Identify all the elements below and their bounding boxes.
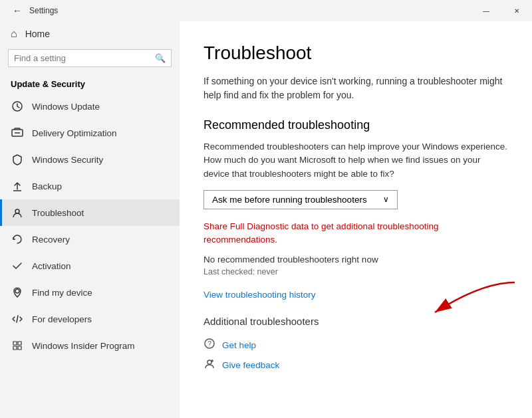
sidebar-item-label: Delivery Optimization bbox=[32, 128, 117, 138]
svg-point-5 bbox=[15, 289, 19, 293]
for-developers-icon bbox=[11, 312, 24, 326]
sidebar-item-label: Activation bbox=[32, 261, 71, 271]
search-box: 🔍 bbox=[8, 49, 172, 67]
home-icon: ⌂ bbox=[11, 28, 17, 40]
windows-update-icon bbox=[11, 100, 24, 113]
find-my-device-icon bbox=[11, 286, 24, 299]
delivery-optimization-icon bbox=[11, 126, 24, 140]
no-troubleshooters-text: No recommended troubleshooters right now bbox=[203, 255, 508, 264]
get-help-link[interactable]: ? Get help bbox=[203, 338, 508, 352]
sidebar-item-windows-insider[interactable]: Windows Insider Program bbox=[0, 332, 180, 359]
search-input[interactable] bbox=[14, 53, 155, 63]
sidebar-item-label: Windows Update bbox=[32, 102, 100, 112]
sidebar-item-recovery[interactable]: Recovery bbox=[0, 226, 180, 253]
sidebar-item-label: Recovery bbox=[32, 235, 70, 245]
sidebar-item-label: Windows Insider Program bbox=[32, 341, 135, 351]
sidebar-item-label: For developers bbox=[32, 314, 92, 324]
get-help-label: Get help bbox=[222, 340, 256, 350]
share-diagnostic-link[interactable]: Share Full Diagnostic data to get additi… bbox=[203, 220, 508, 247]
sidebar-item-troubleshoot[interactable]: Troubleshoot bbox=[0, 199, 180, 226]
sidebar-item-for-developers[interactable]: For developers bbox=[0, 306, 180, 332]
app-title: Settings bbox=[29, 6, 58, 15]
chevron-down-icon: ∨ bbox=[383, 195, 389, 204]
main-container: ⌂ Home 🔍 Update & Security Windows Updat… bbox=[0, 21, 532, 418]
get-help-icon: ? bbox=[203, 338, 215, 352]
view-history-link[interactable]: View troubleshooting history bbox=[203, 290, 508, 300]
svg-line-6 bbox=[17, 316, 18, 322]
svg-point-4 bbox=[15, 209, 19, 213]
sidebar-item-backup[interactable]: Backup bbox=[0, 173, 180, 199]
sidebar-item-delivery-optimization[interactable]: Delivery Optimization bbox=[0, 120, 180, 146]
dropdown-value: Ask me before running troubleshooters bbox=[212, 195, 367, 205]
titlebar: ← Settings — ✕ bbox=[0, 0, 532, 21]
recommended-section-title: Recommended troubleshooting bbox=[203, 118, 508, 132]
sidebar-item-activation[interactable]: Activation bbox=[0, 253, 180, 279]
section-label: Update & Security bbox=[0, 75, 180, 93]
sidebar-item-home[interactable]: ⌂ Home bbox=[0, 21, 180, 47]
activation-icon bbox=[11, 259, 24, 272]
sidebar-item-label: Troubleshoot bbox=[32, 208, 84, 218]
last-checked-text: Last checked: never bbox=[203, 267, 508, 276]
page-title: Troubleshoot bbox=[203, 43, 508, 64]
minimize-button[interactable]: — bbox=[471, 0, 501, 21]
window-controls: — ✕ bbox=[471, 0, 532, 21]
content-area: Troubleshoot If something on your device… bbox=[180, 21, 532, 418]
svg-text:?: ? bbox=[207, 340, 211, 348]
windows-security-icon bbox=[11, 153, 24, 166]
sidebar-item-find-my-device[interactable]: Find my device bbox=[0, 279, 180, 306]
give-feedback-label: Give feedback bbox=[222, 360, 279, 370]
troubleshoot-icon bbox=[11, 206, 24, 219]
recovery-icon bbox=[11, 233, 24, 246]
give-feedback-link[interactable]: Give feedback bbox=[203, 358, 508, 372]
windows-insider-icon bbox=[11, 339, 24, 352]
backup-icon bbox=[11, 179, 24, 193]
sidebar: ⌂ Home 🔍 Update & Security Windows Updat… bbox=[0, 21, 180, 418]
sidebar-item-windows-update[interactable]: Windows Update bbox=[0, 93, 180, 120]
recommended-description: Recommended troubleshooters can help imp… bbox=[203, 140, 508, 181]
sidebar-item-label: Find my device bbox=[32, 288, 92, 298]
give-feedback-icon bbox=[203, 358, 215, 372]
back-button[interactable]: ← bbox=[8, 1, 27, 20]
help-links: ? Get help Give feedback bbox=[203, 338, 508, 372]
sidebar-item-label: Windows Security bbox=[32, 155, 103, 165]
search-icon[interactable]: 🔍 bbox=[155, 53, 166, 63]
sidebar-item-label: Backup bbox=[32, 181, 62, 191]
page-description: If something on your device isn't workin… bbox=[203, 74, 508, 102]
additional-label: Additional troubleshooters bbox=[203, 316, 508, 327]
close-button[interactable]: ✕ bbox=[501, 0, 532, 21]
troubleshoot-dropdown[interactable]: Ask me before running troubleshooters ∨ bbox=[203, 190, 398, 209]
home-label: Home bbox=[25, 29, 50, 39]
additional-troubleshooters-section: Additional troubleshooters bbox=[203, 316, 508, 327]
sidebar-item-windows-security[interactable]: Windows Security bbox=[0, 146, 180, 173]
